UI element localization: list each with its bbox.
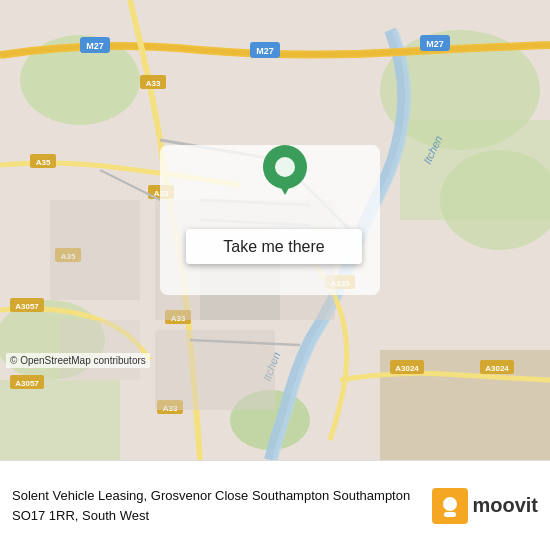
moovit-text: moovit: [472, 494, 538, 517]
take-me-there-label: Take me there: [223, 238, 324, 256]
take-me-there-button[interactable]: Take me there: [186, 229, 362, 264]
svg-point-55: [443, 497, 457, 511]
svg-rect-8: [400, 120, 550, 220]
svg-text:A33: A33: [146, 79, 161, 88]
map-container: M27 M27 M27 A33 A33 A33 A33 A35 A35 A305…: [0, 0, 550, 460]
svg-text:A3024: A3024: [395, 364, 419, 373]
svg-rect-42: [50, 200, 140, 300]
svg-text:M27: M27: [86, 41, 104, 51]
svg-text:A3057: A3057: [15, 302, 39, 311]
bottom-bar: Solent Vehicle Leasing, Grosvenor Close …: [0, 460, 550, 550]
svg-text:A3057: A3057: [15, 379, 39, 388]
svg-text:M27: M27: [426, 39, 444, 49]
svg-text:A35: A35: [36, 158, 51, 167]
map-attribution: © OpenStreetMap contributors: [6, 353, 150, 368]
svg-text:A3024: A3024: [485, 364, 509, 373]
svg-rect-6: [0, 380, 120, 460]
svg-text:M27: M27: [256, 46, 274, 56]
svg-point-52: [275, 157, 295, 177]
moovit-icon: [432, 488, 468, 524]
moovit-logo: moovit: [432, 488, 538, 524]
attribution-text: © OpenStreetMap contributors: [10, 355, 146, 366]
location-info: Solent Vehicle Leasing, Grosvenor Close …: [12, 486, 432, 524]
svg-rect-56: [444, 512, 456, 517]
svg-rect-43: [60, 320, 140, 380]
location-name: Solent Vehicle Leasing, Grosvenor Close …: [12, 488, 410, 522]
map-pin: [255, 145, 315, 205]
